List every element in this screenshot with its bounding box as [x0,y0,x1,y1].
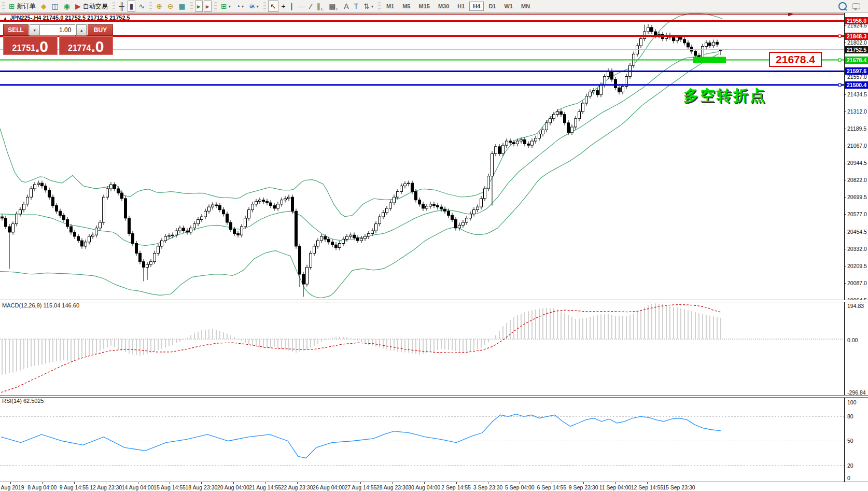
pane-divider-rsi[interactable] [0,395,868,398]
dropdown-caret-icon[interactable]: ▾ [242,4,244,9]
channel-button[interactable]: ∥E [315,1,326,12]
timeframe-m1[interactable]: M1 [383,2,398,11]
sell-price-box[interactable]: 21751.0 [3,36,58,55]
sell-price-decimal: .0 [35,39,48,54]
chart-shift-button[interactable]: ▸ [204,1,212,12]
cursor-button[interactable]: ↖ [268,1,278,12]
trendline-button[interactable]: ∕ [308,1,313,12]
bar-chart-button[interactable]: ╫ [117,1,127,12]
horizontal-line-glyph: — [298,3,305,10]
auto-trading-button[interactable]: ▶自动交易 [73,1,110,12]
time-tick-label: 9 Sep 23:30 [569,484,598,490]
fibonacci-button[interactable]: ▤F [327,1,341,12]
crosshair-button[interactable]: + [279,1,288,12]
period-button[interactable]: ◔▾ [234,1,246,12]
crosshair-glyph: + [282,3,286,10]
profile-window-icon[interactable]: ◫ [50,1,61,12]
arrows-button[interactable]: ⇅▾ [361,1,375,12]
macd-label: MACD(12,26,9) 115.04 146.60 [2,302,79,308]
dropdown-caret-icon[interactable]: ▾ [257,4,259,9]
sell-price-main: 21751 [12,43,35,54]
rsi-scale-label: 20 [847,462,853,469]
price-tick-mark [845,180,846,180]
time-tick-label: 12 Aug 23:30 [90,484,122,490]
auto-scroll-button[interactable]: ▸ [195,1,203,12]
time-tick-label: 9 Aug 14:55 [60,484,89,490]
pane-divider-macd[interactable] [0,300,868,302]
volume-input[interactable]: 1.00 [40,24,76,36]
tile-windows-button[interactable]: ▦ [177,1,188,12]
indicators-glyph: ⊞ [221,3,227,10]
time-tick-mark [106,482,106,484]
timeframe-mn[interactable]: MN [517,2,534,11]
chart-canvas[interactable] [0,1,844,491]
price-callout[interactable]: 21678.4 [769,52,822,67]
turning-point-note[interactable]: 多空转折点 [683,86,766,106]
timeframe-h4[interactable]: H4 [469,2,484,11]
time-tick-mark [233,482,234,484]
signals-icon[interactable]: ◉ [62,1,72,12]
search-icon[interactable] [836,1,849,12]
time-tick-mark [170,482,170,484]
price-level-badge: 21956.0 [845,17,868,24]
candlestick-chart-button[interactable]: ▮ [128,1,136,12]
buy-price-decimal: .0 [91,39,104,54]
time-tick-mark [201,482,202,484]
timeframe-d1[interactable]: D1 [485,2,499,11]
time-tick-label: 11 Sep 04:00 [599,484,632,490]
zoom-out-button[interactable]: ⊖ [165,1,176,12]
template-button[interactable]: ≋▾ [247,1,261,12]
price-level-badge: 21752.5 [845,46,868,53]
rsi-scale-label: 50 [847,438,853,444]
time-tick-label: 21 Aug 14:55 [249,484,281,490]
price-tick-mark [845,214,846,215]
vertical-line-button[interactable]: | [289,1,295,12]
auto-trading-button-label: 自动交易 [83,2,108,11]
price-scale[interactable]: 21924.521802.021557.021434.521312.021189… [844,13,868,491]
price-tick-label: 20944.5 [847,160,867,166]
price-tick-mark [845,111,846,112]
toolbar-group: ▸▸ [188,0,212,12]
volume-increase-button[interactable]: ▲ [76,24,87,36]
time-scale[interactable]: 6 Aug 20198 Aug 04:009 Aug 14:5512 Aug 2… [0,482,868,491]
chat-icon[interactable] [850,1,862,12]
zoom-in-button[interactable]: ⊕ [154,1,164,12]
buy-price-box[interactable]: 21774.0 [59,36,114,55]
trendline-glyph: ∕ [310,3,311,10]
collapse-icon[interactable]: ▲ [3,16,7,21]
indicators-button[interactable]: ⊞▾ [219,1,233,12]
zoom-out-glyph: ⊖ [167,3,174,10]
toolbar-group [836,0,863,12]
text-label-button[interactable]: T [352,1,361,12]
horizontal-line-button[interactable]: — [296,1,307,12]
new-order-button[interactable]: ⊞新订单 [7,1,38,12]
price-tick-label: 20087.0 [847,280,867,286]
price-tick-label: 20699.5 [847,194,867,200]
chart-window: ▲JPN225-,H4 21745.0 21752.5 21712.5 2175… [0,12,868,491]
signals-icon-glyph: ◉ [64,3,70,10]
timeframe-h1[interactable]: H1 [454,2,468,11]
sell-button[interactable]: SELL [3,24,29,36]
price-tick-label: 20577.0 [847,211,867,217]
timeframe-m5[interactable]: M5 [399,2,414,11]
dropdown-caret-icon[interactable]: ▾ [371,4,373,9]
volume-decrease-button[interactable]: ▼ [30,24,40,36]
toolbar-grip [190,2,193,10]
price-tick-label: 20332.0 [847,246,867,252]
timeframe-w1[interactable]: W1 [500,2,516,11]
toolbar-group: ╫▮∿ [110,0,147,12]
dropdown-caret-icon[interactable]: ▾ [229,4,231,9]
buy-button[interactable]: BUY [88,24,113,36]
price-tick-mark [845,163,846,163]
icon-subscript: F [336,7,339,11]
timeframe-m15[interactable]: M15 [415,2,433,11]
alerts-icon[interactable]: ◆ [39,1,49,12]
time-tick-label: 5 Sep 04:00 [505,484,535,490]
text-button[interactable]: A [342,1,351,12]
timeframe-m30[interactable]: M30 [435,2,453,11]
chat-icon [852,3,860,9]
time-tick-label: 15 Aug 14:55 [153,484,186,490]
time-tick-mark [74,482,75,484]
chart-title: ▲JPN225-,H4 21745.0 21752.5 21712.5 2175… [3,15,130,21]
line-chart-button[interactable]: ∿ [136,1,147,12]
